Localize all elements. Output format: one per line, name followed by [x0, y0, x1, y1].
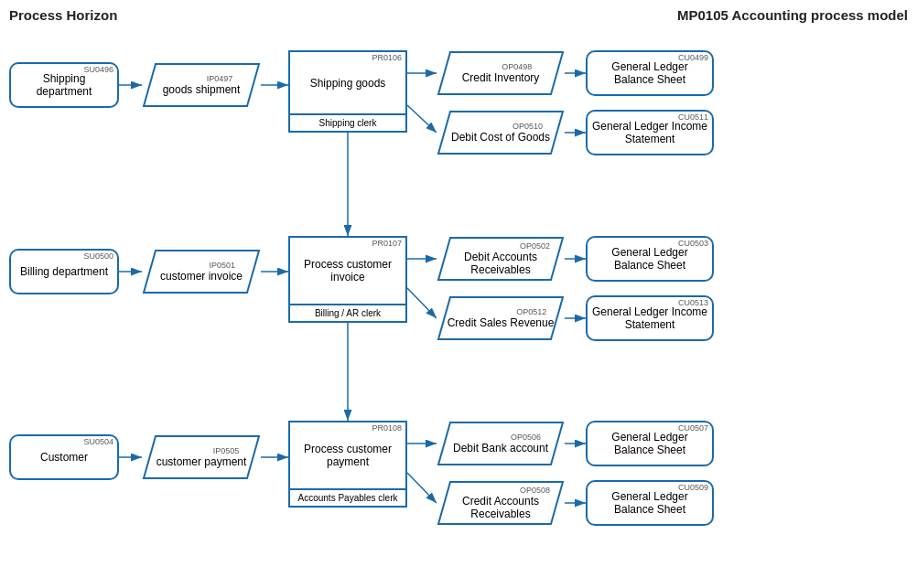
node-IP0501: IP0501 customer invoice: [142, 249, 261, 294]
lane-PR0107: Billing / AR clerk: [290, 304, 405, 321]
label-SU0500: Billing department: [20, 265, 108, 278]
label-SU0504: Customer: [40, 451, 88, 464]
lane-PR0106: Shipping clerk: [290, 113, 405, 131]
svg-line-5: [407, 105, 437, 133]
node-PR0108: PR0108 Process customer payment Accounts…: [288, 421, 407, 508]
node-CU0507: CU0507 General Ledger Balance Sheet: [586, 421, 714, 466]
code-PR0108: PR0108: [372, 423, 402, 433]
code-SU0496: SU0496: [83, 65, 113, 74]
node-OP0502: OP0502 Debit Accounts Receivables: [437, 236, 565, 282]
label-CU0503: General Ledger Balance Sheet: [591, 246, 708, 272]
node-CU0513: CU0513 General Ledger Income Statement: [586, 295, 714, 341]
code-SU0504: SU0504: [83, 437, 113, 446]
svg-line-19: [407, 473, 437, 503]
label-IP0505: IP0505 customer payment: [149, 444, 254, 470]
label-IP0497: IP0497 goods shipment: [156, 72, 248, 98]
label-OP0502: OP0502 Debit Accounts Receivables: [437, 240, 565, 278]
code-PR0106: PR0106: [372, 53, 402, 62]
node-IP0505: IP0505 customer payment: [142, 434, 261, 480]
label-CU0513: General Ledger Income Statement: [591, 305, 708, 331]
label-OP0498: OP0498 Credit Inventory: [455, 60, 547, 86]
node-CU0511: CU0511 General Ledger Income Statement: [586, 110, 714, 155]
lane-PR0108: Accounts Payables clerk: [290, 488, 405, 506]
node-CU0503: CU0503 General Ledger Balance Sheet: [586, 236, 714, 282]
label-OP0508: OP0508 Credit Accounts Receivables: [437, 484, 565, 522]
label-SU0496: Shipping department: [15, 72, 113, 98]
label-OP0506: OP0506 Debit Bank account: [446, 431, 556, 456]
title-right: MP0105 Accounting process model: [677, 7, 908, 23]
title-left: Process Horizon: [9, 7, 117, 23]
node-OP0498: OP0498 Credit Inventory: [437, 50, 565, 96]
node-OP0506: OP0506 Debit Bank account: [437, 421, 565, 466]
code-CU0507: CU0507: [678, 423, 708, 433]
label-OP0510: OP0510 Debit Cost of Goods: [444, 120, 557, 145]
node-PR0107: PR0107 Process customer invoice Billing …: [288, 236, 407, 323]
node-CU0509: CU0509 General Ledger Balance Sheet: [586, 480, 714, 526]
node-PR0106: PR0106 Shipping goods Shipping clerk: [288, 50, 407, 133]
node-SU0496: SU0496 Shipping department: [9, 62, 119, 108]
label-CU0507: General Ledger Balance Sheet: [591, 431, 708, 456]
code-PR0107: PR0107: [372, 239, 402, 248]
node-IP0497: IP0497 goods shipment: [142, 62, 261, 108]
code-CU0513: CU0513: [678, 298, 708, 307]
node-OP0508: OP0508 Credit Accounts Receivables: [437, 480, 565, 526]
node-OP0510: OP0510 Debit Cost of Goods: [437, 110, 565, 155]
label-IP0501: IP0501 customer invoice: [153, 259, 250, 284]
node-SU0500: SU0500 Billing department: [9, 249, 119, 294]
node-SU0504: SU0504 Customer: [9, 434, 119, 480]
label-CU0509: General Ledger Balance Sheet: [591, 490, 708, 516]
code-CU0509: CU0509: [678, 483, 708, 492]
code-CU0511: CU0511: [678, 112, 708, 122]
node-OP0512: OP0512 Credit Sales Revenue: [437, 295, 565, 341]
label-CU0511: General Ledger Income Statement: [591, 120, 708, 145]
label-CU0499: General Ledger Balance Sheet: [591, 60, 708, 86]
code-CU0503: CU0503: [678, 239, 708, 248]
code-CU0499: CU0499: [678, 53, 708, 62]
svg-line-12: [407, 288, 437, 318]
code-SU0500: SU0500: [83, 251, 113, 261]
label-OP0512: OP0512 Credit Sales Revenue: [440, 305, 562, 331]
node-CU0499: CU0499 General Ledger Balance Sheet: [586, 50, 714, 96]
